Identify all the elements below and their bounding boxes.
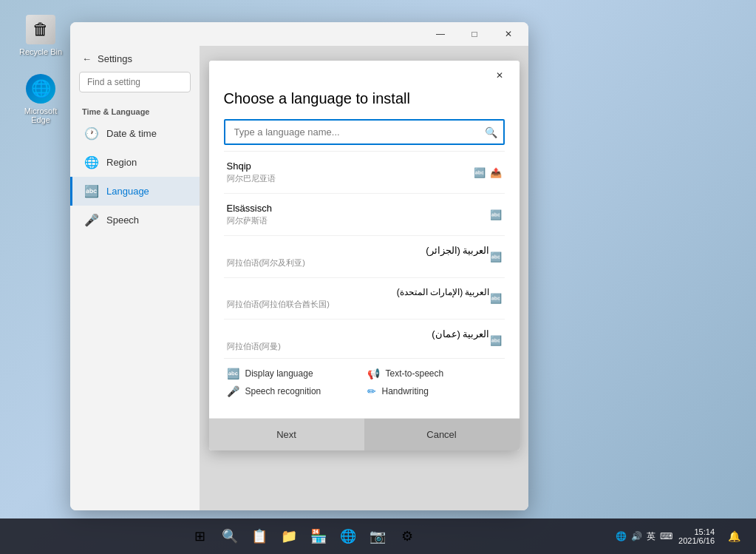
language-search-input[interactable] [224, 119, 505, 145]
search-icon: 🔍 [485, 126, 497, 138]
start-button[interactable]: ⊞ [187, 523, 214, 550]
lang-sub-arabic-algeria: 阿拉伯语(阿尔及利亚) [227, 257, 490, 268]
maximize-button[interactable]: □ [457, 22, 491, 46]
lang-row-arabic-oman[interactable]: العربية (عمان) 阿拉伯语(阿曼) 🔤 [224, 320, 505, 358]
lang-sub-arabic-oman: 阿拉伯语(阿曼) [227, 341, 490, 352]
elsassisch-font-icon: 🔤 [490, 209, 502, 220]
lang-icons-arabic-uae: 🔤 [490, 293, 502, 304]
install-language-dialog: ✕ Choose a language to install 🔍 [209, 61, 520, 450]
display-lang-feature-icon: 🔤 [227, 368, 239, 379]
settings-taskbar-button[interactable]: ⚙ [394, 523, 420, 550]
speech-rec-feature-icon: 🎤 [227, 385, 239, 397]
close-button[interactable]: ✕ [491, 22, 525, 46]
task-view-button[interactable]: 📋 [246, 523, 273, 550]
dialog-titlebar: ✕ [209, 61, 520, 90]
lang-sub-elsassisch: 阿尔萨斯语 [227, 215, 490, 226]
sidebar-item-language-label: Language [106, 186, 149, 197]
feature-display-lang: 🔤 Display language [227, 368, 361, 379]
tts-label: Text-to-speech [386, 368, 444, 379]
lang-row-arabic-algeria[interactable]: العربية (الجزائر) 阿拉伯语(阿尔及利亚) 🔤 [224, 236, 505, 278]
feature-handwriting: ✏ Handwriting [367, 385, 502, 397]
lang-sub-shqip: 阿尔巴尼亚语 [227, 173, 474, 184]
sidebar-item-date-time[interactable]: 🕐 Date & time [70, 119, 200, 148]
search-taskbar-button[interactable]: 🔍 [217, 523, 243, 550]
display-lang-label: Display language [245, 368, 313, 379]
arabic-algeria-font-icon: 🔤 [490, 251, 502, 263]
arabic-oman-font-icon: 🔤 [490, 335, 502, 346]
notification-button[interactable]: 🔔 [721, 523, 747, 550]
lang-name-elsassisch: Elsässisch [227, 203, 490, 214]
taskbar-right: 🌐 🔊 英 ⌨ 15:14 2021/6/16 🔔 [607, 523, 756, 550]
sidebar-item-region-label: Region [106, 157, 137, 168]
dialog-cancel-button[interactable]: Cancel [364, 419, 520, 450]
lang-icons-arabic-algeria: 🔤 [490, 251, 502, 263]
dialog-title: Choose a language to install [224, 90, 505, 107]
sidebar-item-date-time-label: Date & time [106, 128, 157, 139]
speech-rec-label: Speech recognition [245, 386, 321, 396]
keyboard-icon: ⌨ [660, 531, 672, 541]
dialog-buttons: Next Cancel [209, 418, 520, 450]
dialog-next-button[interactable]: Next [209, 419, 364, 450]
lang-row-shqip[interactable]: Shqip 阿尔巴尼亚语 🔤 📤 [224, 152, 505, 194]
taskbar-apps: ⊞ 🔍 📋 📁 🏪 🌐 📷 ⚙ [0, 523, 607, 550]
store-button[interactable]: 🏪 [305, 523, 332, 550]
dialog-search-wrapper: 🔍 [224, 119, 505, 145]
shqip-font-icon: 🔤 [474, 167, 486, 178]
sidebar-item-speech-label: Speech [106, 214, 139, 226]
lang-icons-shqip: 🔤 📤 [474, 167, 502, 178]
handwriting-feature-icon: ✏ [367, 385, 376, 397]
lang-name-arabic-oman: العربية (عمان) [227, 328, 490, 340]
arabic-uae-font-icon: 🔤 [490, 293, 502, 304]
dialog-content: Choose a language to install 🔍 Shqip [209, 90, 520, 418]
clock-time: 15:14 [694, 527, 715, 536]
sidebar: ← Settings Time & Language 🕐 Date & time… [70, 46, 200, 510]
tts-feature-icon: 📢 [367, 368, 380, 379]
shqip-link-icon: 📤 [490, 167, 502, 178]
settings-search-input[interactable] [79, 72, 191, 92]
explorer-button[interactable]: 📁 [276, 523, 302, 550]
minimize-button[interactable]: — [423, 22, 457, 46]
lang-icons-elsassisch: 🔤 [490, 209, 502, 220]
lang-icons-arabic-oman: 🔤 [490, 335, 502, 346]
desktop: 🗑 Recycle Bin 🌐 Microsoft Edge — □ ✕ ← S… [0, 0, 756, 554]
taskbar-sys-icons: 🌐 🔊 英 ⌨ [616, 530, 672, 543]
lang-sub-arabic-uae: 阿拉伯语(阿拉伯联合酋长国) [227, 299, 490, 310]
feature-row: 🔤 Display language 📢 Text-to-speech 🎤 S [224, 358, 505, 403]
date-time-icon: 🕐 [84, 126, 99, 141]
main-panel: Language + Add a language Remove English… [200, 46, 528, 510]
lang-name-arabic-algeria: العربية (الجزائر) [227, 245, 490, 256]
lang-row-elsassisch[interactable]: Elsässisch 阿尔萨斯语 🔤 [224, 194, 505, 236]
sidebar-back[interactable]: ← Settings [70, 46, 200, 72]
region-icon: 🌐 [84, 155, 99, 169]
recycle-bin-icon[interactable]: 🗑 Recycle Bin [15, 15, 67, 56]
snipping-button[interactable]: 📷 [364, 523, 391, 550]
taskbar-clock[interactable]: 15:14 2021/6/16 [678, 527, 715, 545]
sidebar-item-language[interactable]: 🔤 Language [70, 177, 200, 206]
lang-name-shqip: Shqip [227, 161, 474, 172]
back-arrow-icon: ← [82, 53, 92, 64]
ime-icon: 英 [647, 530, 655, 543]
settings-back-label: Settings [98, 53, 132, 64]
network-icon: 🌐 [616, 531, 627, 541]
sidebar-item-speech[interactable]: 🎤 Speech [70, 206, 200, 234]
feature-tts: 📢 Text-to-speech [367, 368, 502, 379]
speech-icon: 🎤 [84, 213, 99, 227]
settings-titlebar: — □ ✕ [70, 22, 528, 46]
lang-row-arabic-uae[interactable]: العربية (الإمارات المتحدة) 阿拉伯语(阿拉伯联合酋长国… [224, 278, 505, 320]
dialog-close-button[interactable]: ✕ [483, 64, 517, 87]
taskbar: ⊞ 🔍 📋 📁 🏪 🌐 📷 ⚙ 🌐 🔊 英 ⌨ 15:14 2021/6/16 … [0, 518, 756, 554]
edge-taskbar-button[interactable]: 🌐 [335, 523, 361, 550]
settings-content: ← Settings Time & Language 🕐 Date & time… [70, 46, 528, 510]
lang-name-arabic-uae: العربية (الإمارات المتحدة) [227, 287, 490, 297]
language-list: Shqip 阿尔巴尼亚语 🔤 📤 [224, 151, 505, 358]
modal-overlay: ✕ Choose a language to install 🔍 [200, 46, 528, 510]
volume-icon: 🔊 [631, 531, 642, 541]
sidebar-section-label: Time & Language [70, 101, 200, 119]
clock-date: 2021/6/16 [678, 536, 715, 545]
feature-speech-rec: 🎤 Speech recognition [227, 385, 361, 397]
handwriting-label: Handwriting [382, 386, 429, 396]
settings-window: — □ ✕ ← Settings Time & Language 🕐 Date … [70, 22, 528, 510]
language-icon: 🔤 [84, 184, 99, 198]
sidebar-item-region[interactable]: 🌐 Region [70, 148, 200, 177]
edge-icon[interactable]: 🌐 Microsoft Edge [15, 74, 67, 124]
